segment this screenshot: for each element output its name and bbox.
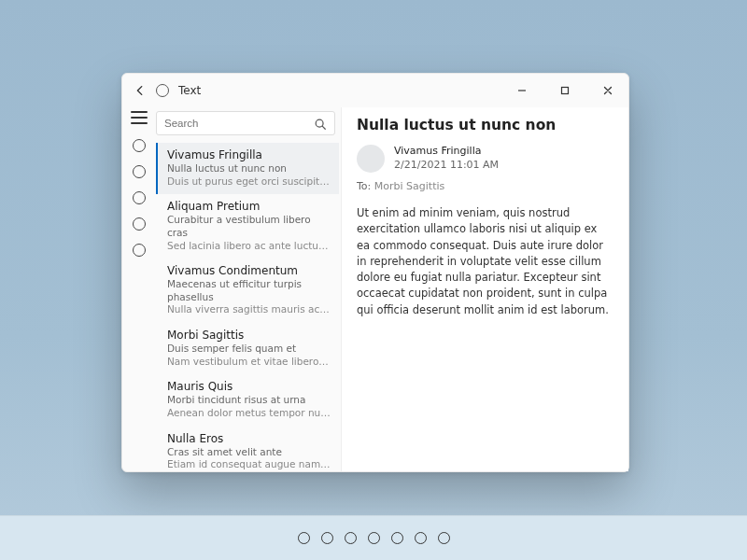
window-body: Vivamus FringillaNulla luctus ut nunc no…	[122, 107, 628, 471]
list-item-subtitle: Morbi tincidunt risus at urna	[167, 394, 331, 407]
list-item-subtitle: Maecenas ut efficitur turpis phasellus	[167, 278, 331, 303]
close-button[interactable]	[591, 77, 625, 104]
list-item[interactable]: Mauris QuisMorbi tincidunt risus at urna…	[156, 374, 339, 426]
pager-dot[interactable]	[321, 532, 333, 544]
app-icon	[156, 84, 169, 97]
nav-item[interactable]	[133, 217, 146, 231]
message-list: Vivamus FringillaNulla luctus ut nunc no…	[156, 143, 339, 471]
message-body: Ut enim ad minim veniam, quis nostrud ex…	[357, 205, 613, 318]
list-item-title: Aliquam Pretium	[167, 200, 331, 214]
back-button[interactable]	[134, 84, 147, 97]
list-item-title: Vivamus Fringilla	[167, 148, 331, 162]
desktop: Text	[0, 0, 747, 560]
avatar	[357, 145, 385, 173]
message-meta: Vivamus Fringilla 2/21/2021 11:01 AM	[357, 145, 613, 173]
nav-item[interactable]	[133, 244, 146, 257]
message-date: 2/21/2021 11:01 AM	[394, 159, 499, 173]
search-box[interactable]	[156, 111, 335, 135]
pager-dot[interactable]	[345, 532, 357, 544]
nav-column	[122, 107, 156, 471]
list-item-subtitle: Nulla luctus ut nunc non	[167, 162, 331, 175]
list-item-subtitle: Curabitur a vestibulum libero cras	[167, 214, 331, 239]
list-item-preview: Etiam id consequat augue nam tincidunt	[167, 458, 331, 471]
pager-dot[interactable]	[368, 532, 380, 544]
to-value: Morbi Sagittis	[374, 180, 444, 192]
message-subject: Nulla luctus ut nunc non	[357, 117, 613, 133]
pager-dot[interactable]	[415, 532, 427, 544]
nav-item[interactable]	[133, 165, 146, 178]
list-item[interactable]: Nulla ErosCras sit amet velit anteEtiam …	[156, 427, 339, 471]
bottom-bar	[0, 515, 747, 560]
message-to-line: To: Morbi Sagittis	[357, 180, 613, 192]
list-item-title: Mauris Quis	[167, 380, 331, 394]
list-item-preview: Sed lacinia libero ac ante luctus nec in…	[167, 240, 331, 253]
search-input[interactable]	[164, 118, 314, 129]
message-from: Vivamus Fringilla	[394, 145, 499, 159]
app-window: Text	[121, 73, 629, 472]
list-item-preview: Duis ut purus eget orci suscipit malesua…	[167, 175, 331, 189]
minimize-button[interactable]	[505, 77, 539, 104]
hamburger-icon[interactable]	[131, 111, 148, 124]
list-item[interactable]: Morbi SagittisDuis semper felis quam etN…	[156, 323, 339, 374]
pager-dot[interactable]	[438, 532, 450, 544]
window-title: Text	[178, 84, 201, 97]
detail-pane: Nulla luctus ut nunc non Vivamus Fringil…	[341, 107, 628, 471]
to-label: To:	[357, 180, 371, 192]
list-column: Vivamus FringillaNulla luctus ut nunc no…	[156, 107, 341, 471]
list-item-preview: Nulla viverra sagittis mauris ac convall…	[167, 303, 331, 316]
search-icon	[314, 117, 327, 130]
list-item-subtitle: Cras sit amet velit ante	[167, 446, 331, 459]
list-item-preview: Aenean dolor metus tempor nulla ac dapib…	[167, 407, 331, 420]
svg-rect-1	[562, 88, 569, 94]
maximize-button[interactable]	[548, 77, 582, 104]
list-item-title: Vivamus Condimentum	[167, 264, 331, 278]
list-item[interactable]: Vivamus FringillaNulla luctus ut nunc no…	[156, 143, 339, 194]
list-item-preview: Nam vestibulum et vitae libero finibus e…	[167, 356, 331, 369]
list-item-title: Morbi Sagittis	[167, 329, 331, 343]
list-item-title: Nulla Eros	[167, 432, 331, 446]
nav-item[interactable]	[133, 191, 146, 204]
list-item-subtitle: Duis semper felis quam et	[167, 343, 331, 356]
nav-item[interactable]	[133, 139, 146, 152]
list-item[interactable]: Vivamus CondimentumMaecenas ut efficitur…	[156, 259, 339, 323]
pager-dot[interactable]	[391, 532, 403, 544]
list-item[interactable]: Aliquam PretiumCurabitur a vestibulum li…	[156, 194, 339, 259]
title-bar: Text	[122, 74, 628, 107]
svg-line-3	[322, 126, 325, 129]
pager-dot[interactable]	[298, 532, 310, 544]
